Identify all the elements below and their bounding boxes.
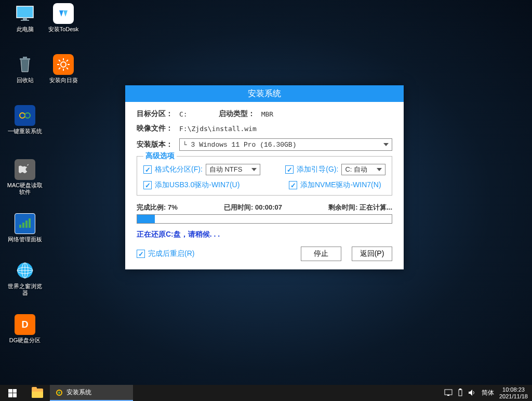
chevron-down-icon xyxy=(383,143,389,146)
svg-point-5 xyxy=(61,62,66,67)
desktop-icon-network-panel[interactable]: 网络管理面板 xyxy=(6,213,44,243)
target-partition-value: C: xyxy=(179,110,188,118)
desktop-icon-label: 此电脑 xyxy=(6,26,44,33)
desktop-icon-reinstall-system[interactable]: 一键重装系统 xyxy=(6,105,44,135)
elapsed-value: 00:00:07 xyxy=(255,203,282,211)
svg-rect-16 xyxy=(19,225,21,228)
desktop-icon-label: 世界之窗浏览器 xyxy=(6,283,44,296)
add-usb3-checkbox[interactable] xyxy=(143,181,152,189)
svg-rect-19 xyxy=(29,218,31,228)
desktop-icon-diskgenius[interactable]: D DG硬盘分区 xyxy=(6,314,44,344)
remain-value: 正在计算... xyxy=(360,203,392,211)
desktop-icon-label: MAC硬盘读取软件 xyxy=(6,182,44,196)
tray-clock[interactable]: 10:08:23 2021/11/18 xyxy=(499,386,528,400)
desktop-icon-label: DG硬盘分区 xyxy=(6,337,44,344)
svg-line-11 xyxy=(66,68,68,69)
progress-label: 完成比例: xyxy=(137,203,166,211)
svg-line-10 xyxy=(59,60,60,61)
format-type-select[interactable]: 自动 NTFS xyxy=(206,164,261,175)
boot-type-value: MBR xyxy=(261,110,273,118)
add-nvme-label: 添加NVME驱动-WIN7(N) xyxy=(300,180,385,190)
tray-date: 2021/11/18 xyxy=(499,393,528,400)
folder-icon xyxy=(32,389,43,398)
advanced-options-title: 高级选项 xyxy=(143,151,177,161)
svg-rect-2 xyxy=(21,20,29,21)
install-version-label: 安装版本： xyxy=(137,140,179,149)
svg-rect-18 xyxy=(25,221,28,228)
progress-bar xyxy=(137,214,392,224)
desktop-icon-todesk[interactable]: 安装ToDesk xyxy=(45,3,82,33)
restart-after-label: 完成后重启(R) xyxy=(148,249,194,258)
install-version-select[interactable]: └ 3 Windows 11 Pro (16.30GB) xyxy=(179,138,392,151)
gear-icon xyxy=(55,389,63,397)
image-file-label: 映像文件： xyxy=(137,124,179,133)
tray-ime[interactable]: 简体 xyxy=(482,389,494,397)
svg-line-12 xyxy=(59,68,60,69)
tray-time: 10:08:23 xyxy=(499,386,528,393)
install-version-value: └ 3 Windows 11 Pro (16.30GB) xyxy=(183,141,296,149)
svg-rect-29 xyxy=(459,390,462,396)
restart-after-checkbox[interactable] xyxy=(137,250,145,258)
install-system-dialog: 安装系统 目标分区： C: 启动类型： MBR 映像文件： F:\Zjds\in… xyxy=(125,85,404,269)
tray-network-icon[interactable] xyxy=(444,389,453,397)
stop-button[interactable]: 停止 xyxy=(301,247,341,261)
windows-logo-icon xyxy=(8,389,17,397)
desktop-icon-label: 安装ToDesk xyxy=(45,26,82,33)
desktop-icon-browser[interactable]: 世界之窗浏览器 xyxy=(6,260,44,296)
format-partition-checkbox[interactable] xyxy=(143,165,152,174)
svg-point-14 xyxy=(20,113,25,118)
target-partition-label: 目标分区： xyxy=(137,109,179,119)
add-boot-checkbox[interactable] xyxy=(285,165,294,174)
tray-usb-icon[interactable] xyxy=(458,389,463,398)
back-button[interactable]: 返回(P) xyxy=(352,247,392,261)
remain-label: 剩余时间: xyxy=(328,203,357,211)
svg-rect-0 xyxy=(17,6,33,18)
desktop-icon-label: 回收站 xyxy=(6,77,44,84)
taskbar-task-install-system[interactable]: 安装系统 xyxy=(50,385,133,401)
desktop-icon-this-pc[interactable]: 此电脑 xyxy=(6,3,44,33)
svg-rect-28 xyxy=(447,395,449,396)
svg-point-15 xyxy=(25,113,30,118)
chevron-down-icon xyxy=(377,168,382,171)
progress-fill xyxy=(137,215,155,223)
desktop-icon-label: 一键重装系统 xyxy=(6,128,44,135)
add-usb3-label: 添加USB3.0驱动-WIN7(U) xyxy=(155,180,240,190)
image-file-value: F:\Zjds\install.wim xyxy=(179,125,257,133)
advanced-options-fieldset: 高级选项 格式化分区(F): 自动 NTFS 添加引导(G): C: xyxy=(137,156,392,196)
svg-line-13 xyxy=(66,60,68,61)
svg-rect-27 xyxy=(445,390,452,395)
svg-rect-1 xyxy=(23,18,27,20)
svg-rect-4 xyxy=(23,57,27,58)
desktop-icon-label: 安装向日葵 xyxy=(45,77,82,84)
taskbar-file-explorer[interactable] xyxy=(25,385,50,401)
taskbar: 安装系统 简体 10:08:23 2021/11/18 xyxy=(0,385,532,401)
format-partition-label: 格式化分区(F): xyxy=(155,165,203,174)
desktop-icon-recycle-bin[interactable]: 回收站 xyxy=(6,54,44,84)
elapsed-label: 已用时间: xyxy=(224,203,253,211)
desktop-icon-label: 网络管理面板 xyxy=(6,236,44,243)
svg-rect-17 xyxy=(22,223,24,228)
dialog-title: 安装系统 xyxy=(125,85,404,102)
boot-type-label: 启动类型： xyxy=(219,109,261,119)
taskbar-task-label: 安装系统 xyxy=(66,388,91,397)
desktop-icon-sunflower[interactable]: 安装向日葵 xyxy=(45,54,82,84)
svg-rect-30 xyxy=(459,389,461,390)
desktop-icon-mac-disk[interactable]: MAC硬盘读取软件 xyxy=(6,159,44,196)
start-button[interactable] xyxy=(0,385,25,401)
add-boot-label: 添加引导(G): xyxy=(297,165,338,174)
add-nvme-checkbox[interactable] xyxy=(289,181,297,189)
status-text: 正在还原C:盘，请稍候. . . xyxy=(137,230,392,239)
tray-volume-icon[interactable] xyxy=(468,389,476,397)
svg-rect-3 xyxy=(20,58,30,60)
add-boot-select[interactable]: C: 自动 xyxy=(341,164,385,175)
chevron-down-icon xyxy=(251,168,257,171)
svg-point-26 xyxy=(58,392,60,394)
progress-value: 7% xyxy=(168,203,178,211)
